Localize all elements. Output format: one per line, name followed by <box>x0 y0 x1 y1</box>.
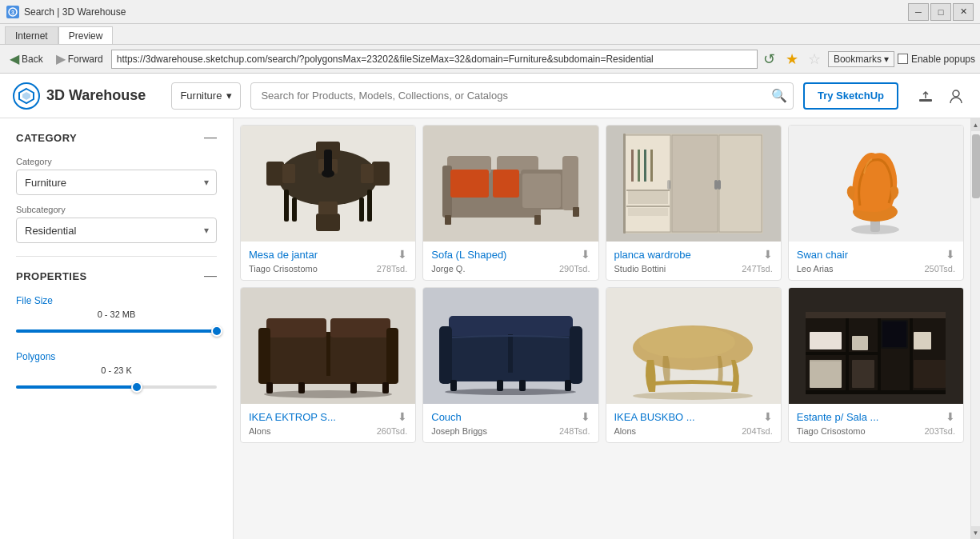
svg-point-80 <box>633 392 753 400</box>
upload-icon[interactable] <box>914 85 937 107</box>
logo-area: 3D Warehouse <box>13 82 146 110</box>
svg-rect-69 <box>513 336 571 372</box>
app-icon: 3 <box>6 6 19 18</box>
file-size-slider[interactable] <box>16 324 217 338</box>
svg-rect-46 <box>626 206 670 207</box>
download-icon-6[interactable]: ⬇ <box>581 410 590 423</box>
svg-rect-93 <box>810 360 842 388</box>
item-info-2: Sofa (L Shaped) ⬇ Jorge Q. 290Tsd. <box>423 242 598 280</box>
title-bar-controls: ─ □ ✕ <box>908 3 974 21</box>
scroll-track <box>971 131 980 526</box>
item-name-row-5: IKEA EKTROP S... ⬇ <box>249 410 407 423</box>
svg-rect-38 <box>714 180 718 190</box>
svg-rect-17 <box>372 162 390 186</box>
item-name-2: Sofa (L Shaped) <box>431 249 580 261</box>
polygons-slider-fill <box>16 385 137 389</box>
polygons-slider[interactable] <box>16 380 217 394</box>
tab-internet[interactable]: Internet <box>5 26 58 44</box>
polygons-label: Polygons <box>16 351 217 362</box>
svg-rect-28 <box>493 170 519 198</box>
bookmarks-button[interactable]: Bookmarks ▾ <box>828 51 894 67</box>
svg-rect-44 <box>650 150 653 182</box>
svg-rect-91 <box>852 336 868 350</box>
close-button[interactable]: ✕ <box>953 3 974 21</box>
item-count-6: 248Tsd. <box>559 426 590 436</box>
forward-button[interactable]: ▶ Forward <box>51 49 108 69</box>
category-collapse-button[interactable]: — <box>204 131 217 144</box>
item-card-8[interactable]: Estante p/ Sala ... ⬇ Tiago Crisostomo 2… <box>788 287 964 443</box>
item-info-3: planca wardrobe ⬇ Studio Bottini 247Tsd. <box>606 242 781 280</box>
star-filled-icon[interactable]: ★ <box>783 50 801 68</box>
item-card-6[interactable]: Couch ⬇ Joseph Briggs 248Tsd. <box>422 287 598 443</box>
svg-rect-59 <box>258 328 270 384</box>
download-icon-4[interactable]: ⬇ <box>946 248 955 261</box>
refresh-icon[interactable]: ↺ <box>761 50 778 68</box>
item-name-row-4: Swan chair ⬇ <box>797 248 955 261</box>
main-grid: Mesa de jantar ⬇ Tiago Crisostomo 278Tsd… <box>234 118 970 539</box>
item-card-1[interactable]: Mesa de jantar ⬇ Tiago Crisostomo 278Tsd… <box>240 125 416 281</box>
star-empty-icon[interactable]: ☆ <box>806 50 823 68</box>
properties-section-header: PROPERTIES — <box>16 270 217 282</box>
try-sketchup-button[interactable]: Try SketchUp <box>803 82 898 110</box>
polygons-slider-track <box>16 385 217 389</box>
svg-rect-82 <box>806 312 946 318</box>
properties-section-title: PROPERTIES <box>16 270 87 282</box>
polygons-slider-thumb[interactable] <box>131 381 142 393</box>
minimize-button[interactable]: ─ <box>908 3 929 21</box>
download-icon-5[interactable]: ⬇ <box>398 410 407 423</box>
content-area: CATEGORY — Category Furniture Architectu… <box>0 118 980 539</box>
item-card-4[interactable]: Swan chair ⬇ Leo Arias 250Tsd. <box>788 125 964 281</box>
download-icon-3[interactable]: ⬇ <box>763 248 773 261</box>
enable-popups-checkbox[interactable] <box>898 54 908 64</box>
url-bar[interactable] <box>111 50 758 69</box>
svg-rect-64 <box>382 382 389 393</box>
properties-collapse-button[interactable]: — <box>204 270 217 282</box>
scroll-up-button[interactable]: ▲ <box>971 118 980 131</box>
tab-preview[interactable]: Preview <box>58 26 114 44</box>
user-icon[interactable] <box>945 85 967 107</box>
file-size-slider-thumb[interactable] <box>211 325 222 337</box>
svg-rect-60 <box>386 328 398 384</box>
item-card-5[interactable]: IKEA EKTROP S... ⬇ Alons 260Tsd. <box>240 287 416 443</box>
svg-rect-29 <box>522 174 561 208</box>
item-info-6: Couch ⬇ Joseph Briggs 248Tsd. <box>423 404 598 442</box>
item-card-7[interactable]: IKEA BUSKBO ... ⬇ Alons 204Tsd. <box>606 287 782 443</box>
subcategory-select[interactable]: Residential Commercial Office <box>16 218 217 243</box>
item-count-5: 260Tsd. <box>377 426 408 436</box>
svg-point-77 <box>445 389 576 395</box>
svg-rect-13 <box>316 214 340 231</box>
category-filter-group: Category Furniture Architecture Transpor… <box>16 157 217 195</box>
svg-rect-57 <box>330 340 390 373</box>
item-thumbnail-6 <box>423 288 598 404</box>
svg-rect-58 <box>326 332 330 376</box>
svg-rect-7 <box>284 190 289 222</box>
download-icon-7[interactable]: ⬇ <box>763 410 773 423</box>
domain-selector[interactable]: Furniture ▾ <box>171 82 241 110</box>
svg-rect-84 <box>878 318 881 392</box>
scroll-down-button[interactable]: ▼ <box>971 526 980 539</box>
tab-internet-label: Internet <box>15 30 48 42</box>
download-icon-1[interactable]: ⬇ <box>398 248 407 261</box>
search-icon[interactable]: 🔍 <box>771 88 787 103</box>
nav-bar: ◀ Back ▶ Forward ↺ ★ ☆ Bookmarks ▾ Enabl… <box>0 45 980 74</box>
item-card-3[interactable]: planca wardrobe ⬇ Studio Bottini 247Tsd. <box>606 125 782 281</box>
scroll-thumb[interactable] <box>972 134 980 198</box>
item-name-3: planca wardrobe <box>614 249 763 261</box>
tab-bar: Internet Preview <box>0 24 980 45</box>
item-count-4: 250Tsd. <box>924 264 955 273</box>
item-thumbnail-4 <box>789 126 963 242</box>
svg-rect-42 <box>638 150 640 182</box>
back-button[interactable]: ◀ Back <box>5 49 48 69</box>
maximize-button[interactable]: □ <box>930 3 951 21</box>
svg-rect-15 <box>266 162 284 186</box>
bookmarks-label: Bookmarks <box>834 54 882 65</box>
search-input[interactable] <box>250 82 794 110</box>
item-thumbnail-2 <box>423 126 598 242</box>
svg-rect-97 <box>806 390 946 394</box>
svg-rect-43 <box>644 150 646 182</box>
category-select[interactable]: Furniture Architecture Transportation <box>16 170 217 195</box>
item-card-2[interactable]: Sofa (L Shaped) ⬇ Jorge Q. 290Tsd. <box>422 125 598 281</box>
item-name-8: Estante p/ Sala ... <box>797 411 946 423</box>
download-icon-8[interactable]: ⬇ <box>946 410 955 423</box>
download-icon-2[interactable]: ⬇ <box>581 248 590 261</box>
